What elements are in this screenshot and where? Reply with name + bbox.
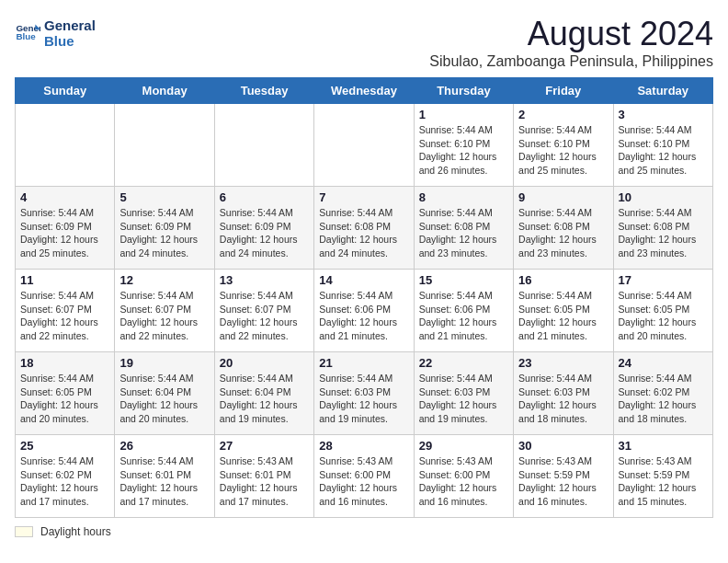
calendar-cell: 27Sunrise: 5:43 AM Sunset: 6:01 PM Dayli… <box>214 435 313 518</box>
day-info: Sunrise: 5:44 AM Sunset: 6:07 PM Dayligh… <box>20 289 109 343</box>
calendar-cell: 5Sunrise: 5:44 AM Sunset: 6:09 PM Daylig… <box>115 187 214 270</box>
week-row-3: 11Sunrise: 5:44 AM Sunset: 6:07 PM Dayli… <box>16 270 713 352</box>
calendar-cell: 18Sunrise: 5:44 AM Sunset: 6:05 PM Dayli… <box>16 352 115 435</box>
day-number: 4 <box>20 190 109 204</box>
calendar-cell: 8Sunrise: 5:44 AM Sunset: 6:08 PM Daylig… <box>414 187 513 270</box>
day-number: 25 <box>20 439 109 453</box>
calendar-cell: 15Sunrise: 5:44 AM Sunset: 6:06 PM Dayli… <box>414 270 513 352</box>
day-info: Sunrise: 5:44 AM Sunset: 6:08 PM Dayligh… <box>319 206 408 260</box>
day-number: 11 <box>20 273 109 287</box>
calendar-cell <box>16 104 115 187</box>
day-info: Sunrise: 5:44 AM Sunset: 6:10 PM Dayligh… <box>419 123 508 178</box>
day-info: Sunrise: 5:43 AM Sunset: 6:01 PM Dayligh… <box>220 454 309 509</box>
week-row-5: 25Sunrise: 5:44 AM Sunset: 6:02 PM Dayli… <box>16 435 713 518</box>
day-number: 28 <box>319 439 408 453</box>
day-info: Sunrise: 5:44 AM Sunset: 6:06 PM Dayligh… <box>419 289 508 343</box>
calendar-cell: 14Sunrise: 5:44 AM Sunset: 6:06 PM Dayli… <box>314 270 414 352</box>
calendar-cell: 7Sunrise: 5:44 AM Sunset: 6:08 PM Daylig… <box>314 187 414 270</box>
calendar-cell: 23Sunrise: 5:44 AM Sunset: 6:03 PM Dayli… <box>514 352 613 435</box>
title-area: August 2024 Sibulao, Zamboanga Peninsula… <box>429 15 713 70</box>
calendar-cell: 30Sunrise: 5:43 AM Sunset: 5:59 PM Dayli… <box>514 435 613 518</box>
day-info: Sunrise: 5:44 AM Sunset: 6:02 PM Dayligh… <box>619 372 708 426</box>
day-number: 13 <box>220 273 309 287</box>
day-info: Sunrise: 5:44 AM Sunset: 6:08 PM Dayligh… <box>518 206 608 260</box>
calendar-cell <box>214 104 313 187</box>
calendar-cell: 25Sunrise: 5:44 AM Sunset: 6:02 PM Dayli… <box>16 435 115 518</box>
day-number: 5 <box>119 190 209 204</box>
calendar-cell: 9Sunrise: 5:44 AM Sunset: 6:08 PM Daylig… <box>514 187 613 270</box>
calendar-cell: 3Sunrise: 5:44 AM Sunset: 6:10 PM Daylig… <box>613 104 712 187</box>
day-number: 23 <box>518 356 608 370</box>
day-info: Sunrise: 5:44 AM Sunset: 6:03 PM Dayligh… <box>319 372 408 426</box>
header-cell-sunday: Sunday <box>16 78 115 104</box>
day-info: Sunrise: 5:44 AM Sunset: 6:05 PM Dayligh… <box>20 372 109 426</box>
logo: General Blue General Blue <box>15 15 96 49</box>
day-info: Sunrise: 5:44 AM Sunset: 6:05 PM Dayligh… <box>518 289 608 343</box>
day-number: 17 <box>619 273 708 287</box>
calendar-cell: 16Sunrise: 5:44 AM Sunset: 6:05 PM Dayli… <box>514 270 613 352</box>
day-info: Sunrise: 5:44 AM Sunset: 6:06 PM Dayligh… <box>319 289 408 343</box>
header-cell-tuesday: Tuesday <box>214 78 313 104</box>
calendar-cell <box>314 104 414 187</box>
day-number: 8 <box>419 190 508 204</box>
header-cell-wednesday: Wednesday <box>314 78 414 104</box>
calendar-cell: 26Sunrise: 5:44 AM Sunset: 6:01 PM Dayli… <box>115 435 214 518</box>
logo-text-line1: General <box>44 18 96 34</box>
day-info: Sunrise: 5:44 AM Sunset: 6:01 PM Dayligh… <box>119 454 209 509</box>
day-number: 29 <box>419 439 508 453</box>
calendar-cell: 21Sunrise: 5:44 AM Sunset: 6:03 PM Dayli… <box>314 352 414 435</box>
header-cell-friday: Friday <box>514 78 613 104</box>
logo-text-line2: Blue <box>44 34 96 50</box>
day-info: Sunrise: 5:44 AM Sunset: 6:02 PM Dayligh… <box>20 454 109 509</box>
day-number: 27 <box>220 439 309 453</box>
day-info: Sunrise: 5:44 AM Sunset: 6:04 PM Dayligh… <box>119 372 209 426</box>
calendar-cell: 24Sunrise: 5:44 AM Sunset: 6:02 PM Dayli… <box>613 352 712 435</box>
day-number: 3 <box>619 108 708 121</box>
calendar-table: SundayMondayTuesdayWednesdayThursdayFrid… <box>15 77 713 518</box>
day-info: Sunrise: 5:44 AM Sunset: 6:10 PM Dayligh… <box>518 123 608 178</box>
header-cell-saturday: Saturday <box>613 78 712 104</box>
calendar-cell: 22Sunrise: 5:44 AM Sunset: 6:03 PM Dayli… <box>414 352 513 435</box>
day-info: Sunrise: 5:43 AM Sunset: 5:59 PM Dayligh… <box>518 454 608 509</box>
calendar-body: 1Sunrise: 5:44 AM Sunset: 6:10 PM Daylig… <box>16 104 713 518</box>
day-info: Sunrise: 5:44 AM Sunset: 6:09 PM Dayligh… <box>119 206 209 260</box>
calendar-cell: 4Sunrise: 5:44 AM Sunset: 6:09 PM Daylig… <box>16 187 115 270</box>
week-row-4: 18Sunrise: 5:44 AM Sunset: 6:05 PM Dayli… <box>16 352 713 435</box>
day-info: Sunrise: 5:44 AM Sunset: 6:10 PM Dayligh… <box>619 123 708 178</box>
main-title: August 2024 <box>429 15 713 53</box>
calendar-header: SundayMondayTuesdayWednesdayThursdayFrid… <box>16 78 713 104</box>
calendar-cell <box>115 104 214 187</box>
calendar-cell: 13Sunrise: 5:44 AM Sunset: 6:07 PM Dayli… <box>214 270 313 352</box>
day-number: 16 <box>518 273 608 287</box>
day-info: Sunrise: 5:44 AM Sunset: 6:08 PM Dayligh… <box>419 206 508 260</box>
day-info: Sunrise: 5:43 AM Sunset: 6:00 PM Dayligh… <box>319 454 408 509</box>
legend: Daylight hours <box>15 525 713 538</box>
day-info: Sunrise: 5:44 AM Sunset: 6:07 PM Dayligh… <box>220 289 309 343</box>
calendar-cell: 20Sunrise: 5:44 AM Sunset: 6:04 PM Dayli… <box>214 352 313 435</box>
page-header: General Blue General Blue August 2024 Si… <box>15 15 713 70</box>
day-info: Sunrise: 5:44 AM Sunset: 6:08 PM Dayligh… <box>619 206 708 260</box>
calendar-cell: 28Sunrise: 5:43 AM Sunset: 6:00 PM Dayli… <box>314 435 414 518</box>
day-number: 14 <box>319 273 408 287</box>
day-number: 10 <box>619 190 708 204</box>
calendar-cell: 6Sunrise: 5:44 AM Sunset: 6:09 PM Daylig… <box>214 187 313 270</box>
day-number: 31 <box>619 439 708 453</box>
logo-icon: General Blue <box>15 19 40 45</box>
day-number: 7 <box>319 190 408 204</box>
calendar-cell: 1Sunrise: 5:44 AM Sunset: 6:10 PM Daylig… <box>414 104 513 187</box>
day-info: Sunrise: 5:44 AM Sunset: 6:09 PM Dayligh… <box>220 206 309 260</box>
day-number: 1 <box>419 108 508 121</box>
day-info: Sunrise: 5:43 AM Sunset: 6:00 PM Dayligh… <box>419 454 508 509</box>
day-info: Sunrise: 5:44 AM Sunset: 6:07 PM Dayligh… <box>119 289 209 343</box>
day-number: 24 <box>619 356 708 370</box>
day-info: Sunrise: 5:44 AM Sunset: 6:04 PM Dayligh… <box>220 372 309 426</box>
day-number: 30 <box>518 439 608 453</box>
day-number: 15 <box>419 273 508 287</box>
legend-box <box>15 526 33 537</box>
calendar-cell: 11Sunrise: 5:44 AM Sunset: 6:07 PM Dayli… <box>16 270 115 352</box>
day-info: Sunrise: 5:44 AM Sunset: 6:09 PM Dayligh… <box>20 206 109 260</box>
header-cell-thursday: Thursday <box>414 78 513 104</box>
svg-text:Blue: Blue <box>16 31 36 41</box>
header-cell-monday: Monday <box>115 78 214 104</box>
day-info: Sunrise: 5:43 AM Sunset: 5:59 PM Dayligh… <box>619 454 708 509</box>
